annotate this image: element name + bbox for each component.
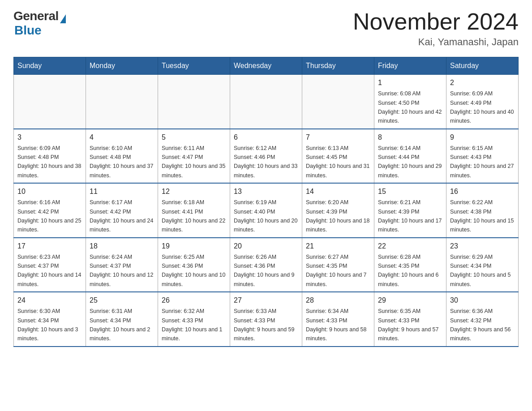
day-info: Sunrise: 6:21 AMSunset: 4:39 PMDaylight:… <box>378 199 442 233</box>
day-info: Sunrise: 6:17 AMSunset: 4:42 PMDaylight:… <box>90 199 153 233</box>
day-info: Sunrise: 6:20 AMSunset: 4:39 PMDaylight:… <box>306 199 369 233</box>
calendar-week-5: 24Sunrise: 6:30 AMSunset: 4:34 PMDayligh… <box>14 292 519 347</box>
calendar-cell <box>302 75 374 129</box>
day-number: 6 <box>234 132 298 143</box>
weekday-header-thursday: Thursday <box>302 57 374 75</box>
day-number: 5 <box>162 132 226 143</box>
day-number: 17 <box>17 241 82 252</box>
day-number: 29 <box>378 295 442 306</box>
day-number: 19 <box>162 241 226 252</box>
calendar-week-4: 17Sunrise: 6:23 AMSunset: 4:37 PMDayligh… <box>14 238 519 292</box>
day-info: Sunrise: 6:16 AMSunset: 4:42 PMDaylight:… <box>17 199 81 233</box>
day-info: Sunrise: 6:22 AMSunset: 4:38 PMDaylight:… <box>450 199 514 233</box>
day-number: 2 <box>450 77 515 88</box>
calendar-cell: 16Sunrise: 6:22 AMSunset: 4:38 PMDayligh… <box>446 183 519 238</box>
day-info: Sunrise: 6:14 AMSunset: 4:44 PMDaylight:… <box>378 145 442 179</box>
day-info: Sunrise: 6:09 AMSunset: 4:49 PMDaylight:… <box>450 90 514 124</box>
calendar-cell: 4Sunrise: 6:10 AMSunset: 4:48 PMDaylight… <box>86 129 158 184</box>
calendar-cell: 24Sunrise: 6:30 AMSunset: 4:34 PMDayligh… <box>14 292 86 347</box>
calendar-cell: 23Sunrise: 6:29 AMSunset: 4:34 PMDayligh… <box>446 238 519 292</box>
calendar-cell: 17Sunrise: 6:23 AMSunset: 4:37 PMDayligh… <box>14 238 86 292</box>
calendar-cell <box>230 75 302 129</box>
day-info: Sunrise: 6:10 AMSunset: 4:48 PMDaylight:… <box>90 145 153 179</box>
day-number: 16 <box>450 186 515 197</box>
day-number: 18 <box>90 241 154 252</box>
day-number: 3 <box>17 132 82 143</box>
day-number: 12 <box>162 186 226 197</box>
title-section: November 2024 Kai, Yamanashi, Japan <box>353 9 519 48</box>
calendar-cell: 30Sunrise: 6:36 AMSunset: 4:32 PMDayligh… <box>446 292 519 347</box>
day-number: 8 <box>378 132 442 143</box>
day-info: Sunrise: 6:33 AMSunset: 4:33 PMDaylight:… <box>234 308 295 342</box>
calendar-cell: 8Sunrise: 6:14 AMSunset: 4:44 PMDaylight… <box>374 129 446 184</box>
calendar-cell: 22Sunrise: 6:28 AMSunset: 4:35 PMDayligh… <box>374 238 446 292</box>
day-number: 21 <box>306 241 370 252</box>
calendar-cell: 2Sunrise: 6:09 AMSunset: 4:49 PMDaylight… <box>446 75 519 129</box>
page-title: November 2024 <box>353 9 519 34</box>
day-info: Sunrise: 6:25 AMSunset: 4:36 PMDaylight:… <box>162 254 225 287</box>
calendar-week-1: 1Sunrise: 6:08 AMSunset: 4:50 PMDaylight… <box>14 75 519 129</box>
calendar-cell: 3Sunrise: 6:09 AMSunset: 4:48 PMDaylight… <box>14 129 86 184</box>
day-info: Sunrise: 6:13 AMSunset: 4:45 PMDaylight:… <box>306 145 369 179</box>
weekday-header-sunday: Sunday <box>14 57 86 75</box>
day-info: Sunrise: 6:12 AMSunset: 4:46 PMDaylight:… <box>234 145 297 179</box>
calendar-cell: 18Sunrise: 6:24 AMSunset: 4:37 PMDayligh… <box>86 238 158 292</box>
calendar-header: SundayMondayTuesdayWednesdayThursdayFrid… <box>14 57 519 75</box>
calendar-cell: 20Sunrise: 6:26 AMSunset: 4:36 PMDayligh… <box>230 238 302 292</box>
calendar-cell: 5Sunrise: 6:11 AMSunset: 4:47 PMDaylight… <box>158 129 230 184</box>
day-number: 26 <box>162 295 226 306</box>
day-number: 13 <box>234 186 298 197</box>
calendar-cell: 28Sunrise: 6:34 AMSunset: 4:33 PMDayligh… <box>302 292 374 347</box>
calendar-cell <box>14 75 86 129</box>
calendar-body: 1Sunrise: 6:08 AMSunset: 4:50 PMDaylight… <box>14 75 519 347</box>
day-info: Sunrise: 6:28 AMSunset: 4:35 PMDaylight:… <box>378 254 439 287</box>
calendar-cell: 21Sunrise: 6:27 AMSunset: 4:35 PMDayligh… <box>302 238 374 292</box>
calendar-cell: 26Sunrise: 6:32 AMSunset: 4:33 PMDayligh… <box>158 292 230 347</box>
page-subtitle: Kai, Yamanashi, Japan <box>353 36 519 48</box>
day-info: Sunrise: 6:29 AMSunset: 4:34 PMDaylight:… <box>450 254 511 287</box>
day-number: 25 <box>90 295 154 306</box>
page-header: General Blue November 2024 Kai, Yamanash… <box>13 9 519 48</box>
day-number: 30 <box>450 295 515 306</box>
day-info: Sunrise: 6:30 AMSunset: 4:34 PMDaylight:… <box>17 308 78 342</box>
logo: General Blue <box>13 9 66 38</box>
day-info: Sunrise: 6:18 AMSunset: 4:41 PMDaylight:… <box>162 199 225 233</box>
calendar-cell: 6Sunrise: 6:12 AMSunset: 4:46 PMDaylight… <box>230 129 302 184</box>
day-number: 14 <box>306 186 370 197</box>
day-number: 20 <box>234 241 298 252</box>
weekday-header-wednesday: Wednesday <box>230 57 302 75</box>
logo-general: General <box>13 9 59 23</box>
day-number: 27 <box>234 295 298 306</box>
day-info: Sunrise: 6:26 AMSunset: 4:36 PMDaylight:… <box>234 254 295 287</box>
calendar-cell: 25Sunrise: 6:31 AMSunset: 4:34 PMDayligh… <box>86 292 158 347</box>
day-number: 7 <box>306 132 370 143</box>
calendar-table: SundayMondayTuesdayWednesdayThursdayFrid… <box>13 57 519 347</box>
day-info: Sunrise: 6:08 AMSunset: 4:50 PMDaylight:… <box>378 90 442 124</box>
day-info: Sunrise: 6:23 AMSunset: 4:37 PMDaylight:… <box>17 254 81 287</box>
calendar-week-2: 3Sunrise: 6:09 AMSunset: 4:48 PMDaylight… <box>14 129 519 184</box>
day-number: 11 <box>90 186 154 197</box>
calendar-cell: 1Sunrise: 6:08 AMSunset: 4:50 PMDaylight… <box>374 75 446 129</box>
weekday-header-friday: Friday <box>374 57 446 75</box>
day-info: Sunrise: 6:36 AMSunset: 4:32 PMDaylight:… <box>450 308 511 342</box>
weekday-header-monday: Monday <box>86 57 158 75</box>
day-info: Sunrise: 6:32 AMSunset: 4:33 PMDaylight:… <box>162 308 223 342</box>
day-number: 22 <box>378 241 442 252</box>
day-info: Sunrise: 6:19 AMSunset: 4:40 PMDaylight:… <box>234 199 297 233</box>
calendar-week-3: 10Sunrise: 6:16 AMSunset: 4:42 PMDayligh… <box>14 183 519 238</box>
day-info: Sunrise: 6:09 AMSunset: 4:48 PMDaylight:… <box>17 145 81 179</box>
calendar-cell: 12Sunrise: 6:18 AMSunset: 4:41 PMDayligh… <box>158 183 230 238</box>
calendar-cell: 7Sunrise: 6:13 AMSunset: 4:45 PMDaylight… <box>302 129 374 184</box>
day-number: 9 <box>450 132 515 143</box>
day-info: Sunrise: 6:31 AMSunset: 4:34 PMDaylight:… <box>90 308 150 342</box>
calendar-cell: 27Sunrise: 6:33 AMSunset: 4:33 PMDayligh… <box>230 292 302 347</box>
day-info: Sunrise: 6:15 AMSunset: 4:43 PMDaylight:… <box>450 145 514 179</box>
day-number: 10 <box>17 186 82 197</box>
logo-blue: Blue <box>14 23 66 38</box>
calendar-cell: 9Sunrise: 6:15 AMSunset: 4:43 PMDaylight… <box>446 129 519 184</box>
calendar-cell: 13Sunrise: 6:19 AMSunset: 4:40 PMDayligh… <box>230 183 302 238</box>
day-number: 23 <box>450 241 515 252</box>
calendar-cell: 10Sunrise: 6:16 AMSunset: 4:42 PMDayligh… <box>14 183 86 238</box>
day-number: 15 <box>378 186 442 197</box>
day-number: 24 <box>17 295 82 306</box>
